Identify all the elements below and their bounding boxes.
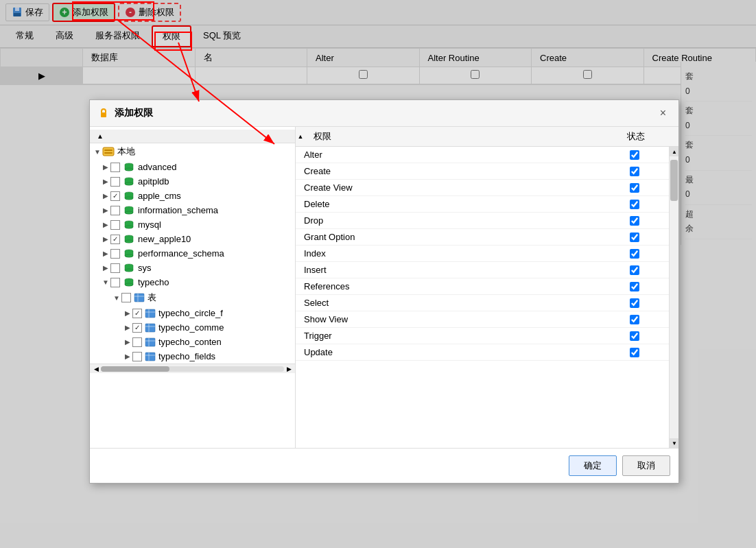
perm-row-alter: Alter xyxy=(296,147,669,163)
cb-apple-cms[interactable] xyxy=(110,191,120,201)
expand-mysql[interactable]: ▶ xyxy=(101,221,110,228)
cb-sys[interactable] xyxy=(110,263,120,273)
tree-panel[interactable]: ▲ ▼ 本地 ▶ xyxy=(90,127,296,448)
svg-point-29 xyxy=(125,269,133,272)
tree-item-information-schema[interactable]: ▶ information_schema xyxy=(90,203,295,217)
perm-checkbox-update[interactable] xyxy=(630,348,639,357)
expand-typecho-fields[interactable]: ▶ xyxy=(123,353,132,360)
tree-item-new-apple10[interactable]: ▶ new_apple10 xyxy=(90,232,295,246)
perm-check-drop[interactable] xyxy=(600,216,669,226)
perm-checkbox-trigger[interactable] xyxy=(630,331,639,341)
expand-typecho-comme[interactable]: ▶ xyxy=(123,324,132,331)
expand-information-schema[interactable]: ▶ xyxy=(101,206,110,214)
expand-root[interactable]: ▼ xyxy=(93,148,102,156)
expand-apitpldb[interactable]: ▶ xyxy=(101,178,110,185)
tree-label-apple-cms: apple_cms xyxy=(138,191,181,201)
tree-item-typecho-fields[interactable]: ▶ typecho_fields xyxy=(90,349,295,364)
cb-typecho[interactable] xyxy=(110,278,120,287)
expand-apple-cms[interactable]: ▶ xyxy=(101,192,110,200)
tree-label-typecho-circle-f: typecho_circle_f xyxy=(158,308,223,318)
perm-checkbox-index[interactable] xyxy=(630,249,639,259)
perm-check-insert[interactable] xyxy=(600,265,669,275)
perm-checkbox-select[interactable] xyxy=(630,298,639,308)
perm-row-create: Create xyxy=(296,163,669,180)
perm-check-references[interactable] xyxy=(600,282,669,291)
perm-check-grant-option[interactable] xyxy=(600,233,669,242)
perm-check-show-view[interactable] xyxy=(600,315,669,324)
scrollbar-track[interactable] xyxy=(101,366,284,372)
tree-item-mysql[interactable]: ▶ mysql xyxy=(90,217,295,232)
expand-sys[interactable]: ▶ xyxy=(101,264,110,272)
db-icon-new-apple10 xyxy=(123,235,135,244)
expand-performance-schema[interactable]: ▶ xyxy=(101,250,110,257)
cb-advanced[interactable] xyxy=(110,163,120,172)
cb-tables[interactable] xyxy=(121,293,131,302)
tree-item-typecho[interactable]: ▼ typecho xyxy=(90,275,295,289)
scrollbar-thumb[interactable] xyxy=(101,366,169,372)
dialog-close-button[interactable]: × xyxy=(656,106,670,121)
tree-root[interactable]: ▼ 本地 xyxy=(90,143,295,160)
perm-check-index[interactable] xyxy=(600,249,669,259)
vsb-down-arrow[interactable]: ▼ xyxy=(670,438,678,448)
cb-typecho-circle-f[interactable] xyxy=(132,309,142,318)
perms-col-header-state: 状态 xyxy=(602,127,670,146)
cb-typecho-comme[interactable] xyxy=(132,323,142,333)
scroll-right-arrow[interactable]: ▶ xyxy=(284,364,294,374)
expand-typecho-circle-f[interactable]: ▶ xyxy=(123,309,132,317)
vsb-track[interactable] xyxy=(670,156,678,438)
perm-check-alter[interactable] xyxy=(600,150,669,160)
tree-item-apitpldb[interactable]: ▶ apitpldb xyxy=(90,174,295,189)
perm-check-update[interactable] xyxy=(600,348,669,357)
tree-item-advanced[interactable]: ▶ advanced xyxy=(90,160,295,174)
cb-information-schema[interactable] xyxy=(110,206,120,215)
dialog-footer: 确定 取消 xyxy=(90,448,678,483)
cb-typecho-conten[interactable] xyxy=(132,337,142,347)
tree-item-sys[interactable]: ▶ sys xyxy=(90,261,295,275)
tree-item-tables-group[interactable]: ▼ 表 xyxy=(90,289,295,306)
perm-name-delete: Delete xyxy=(296,199,600,209)
perm-checkbox-create-view[interactable] xyxy=(630,183,639,193)
perm-checkbox-alter[interactable] xyxy=(630,150,639,160)
expand-typecho[interactable]: ▼ xyxy=(101,278,110,286)
tree-label-information-schema: information_schema xyxy=(138,205,218,215)
perm-check-trigger[interactable] xyxy=(600,331,669,341)
perm-check-delete[interactable] xyxy=(600,200,669,209)
perm-checkbox-references[interactable] xyxy=(630,282,639,291)
perm-row-update: Update xyxy=(296,344,669,361)
tree-item-typecho-conten[interactable]: ▶ typecho_conten xyxy=(90,335,295,349)
expand-new-apple10[interactable]: ▶ xyxy=(101,235,110,243)
perm-check-create-view[interactable] xyxy=(600,183,669,193)
ok-button[interactable]: 确定 xyxy=(569,455,617,476)
cb-apitpldb[interactable] xyxy=(110,177,120,187)
cancel-button[interactable]: 取消 xyxy=(622,455,670,476)
expand-tables[interactable]: ▼ xyxy=(112,294,121,302)
tree-item-typecho-circle-f[interactable]: ▶ typecho_circle_f xyxy=(90,306,295,320)
tree-horizontal-scrollbar[interactable]: ◀ ▶ xyxy=(90,364,295,373)
dialog-title: 添加权限 xyxy=(115,107,650,119)
perm-checkbox-show-view[interactable] xyxy=(630,315,639,324)
perm-checkbox-insert[interactable] xyxy=(630,265,639,275)
perm-name-index: Index xyxy=(296,248,600,259)
cb-performance-schema[interactable] xyxy=(110,249,120,259)
perm-checkbox-create[interactable] xyxy=(630,167,639,176)
tree-item-typecho-comme[interactable]: ▶ typecho_comme xyxy=(90,320,295,335)
perm-check-create[interactable] xyxy=(600,167,669,176)
tree-label-mysql: mysql xyxy=(138,219,161,230)
cb-typecho-fields[interactable] xyxy=(132,352,142,361)
cb-new-apple10[interactable] xyxy=(110,235,120,244)
perms-scroll-up[interactable]: ▲ xyxy=(296,132,305,141)
tree-scroll-up[interactable]: ▲ xyxy=(93,131,108,141)
perm-checkbox-drop[interactable] xyxy=(630,216,639,226)
expand-typecho-conten[interactable]: ▶ xyxy=(123,338,132,346)
vsb-up-arrow[interactable]: ▲ xyxy=(670,147,678,156)
scroll-left-arrow[interactable]: ◀ xyxy=(91,364,101,374)
tree-item-performance-schema[interactable]: ▶ performance_schema xyxy=(90,246,295,261)
perm-check-select[interactable] xyxy=(600,298,669,308)
cb-mysql[interactable] xyxy=(110,220,120,230)
expand-advanced[interactable]: ▶ xyxy=(101,163,110,171)
perms-vertical-scrollbar[interactable]: ▲ ▼ xyxy=(669,147,678,448)
perm-checkbox-delete[interactable] xyxy=(630,200,639,209)
vsb-thumb[interactable] xyxy=(670,160,678,201)
perm-checkbox-grant-option[interactable] xyxy=(630,233,639,242)
tree-item-apple-cms[interactable]: ▶ apple_cms xyxy=(90,189,295,203)
